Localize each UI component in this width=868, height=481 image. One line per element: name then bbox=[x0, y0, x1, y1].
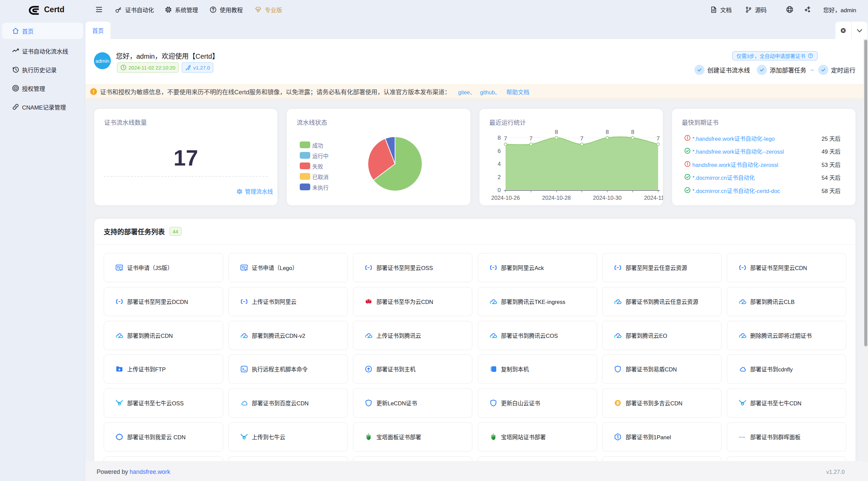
svg-text:0: 0 bbox=[498, 187, 501, 193]
svg-text:8: 8 bbox=[555, 129, 558, 135]
svg-text:Synology: Synology bbox=[739, 436, 745, 438]
svg-text:8: 8 bbox=[631, 129, 634, 135]
svg-text:2024-11-01: 2024-11-01 bbox=[644, 195, 663, 201]
svg-text:2024-10-28: 2024-10-28 bbox=[542, 195, 571, 201]
svg-text:7: 7 bbox=[580, 135, 583, 142]
svg-text:2: 2 bbox=[498, 174, 501, 180]
svg-text:7: 7 bbox=[504, 135, 507, 142]
svg-text:6: 6 bbox=[498, 148, 501, 154]
svg-text:8: 8 bbox=[606, 129, 609, 135]
svg-text:7: 7 bbox=[656, 135, 659, 142]
svg-text:4: 4 bbox=[498, 161, 501, 167]
svg-text:7: 7 bbox=[529, 135, 532, 142]
svg-text:2024-10-26: 2024-10-26 bbox=[491, 195, 520, 201]
svg-text:2024-10-30: 2024-10-30 bbox=[593, 195, 622, 201]
svg-text:8: 8 bbox=[498, 135, 501, 141]
